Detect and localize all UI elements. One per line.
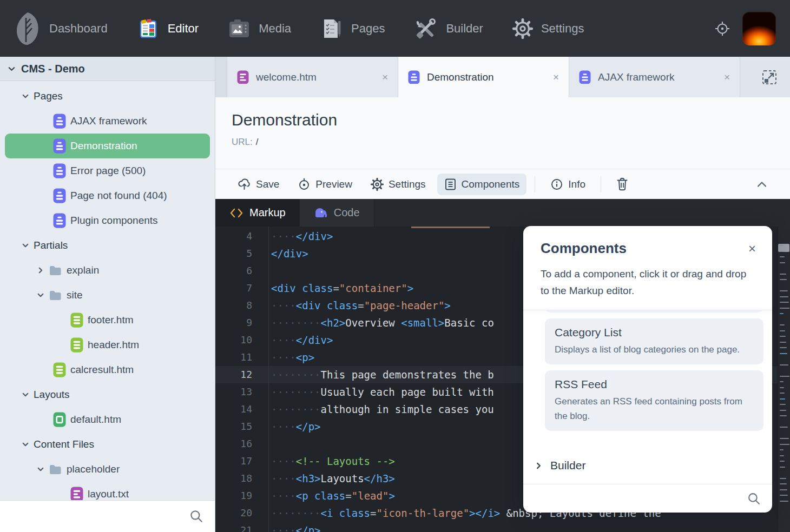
sidebar-item-calcresult-htm[interactable]: calcresult.htm (5, 357, 210, 382)
page-file-icon (408, 70, 420, 84)
item-label: explain (67, 264, 99, 276)
tab-demonstration[interactable]: Demonstration× (398, 57, 569, 97)
minimap-line (780, 336, 786, 337)
item-label: Pages (34, 90, 63, 102)
component-group-builder[interactable]: Builder (523, 453, 772, 472)
sidebar-item-layouts[interactable]: Layouts (5, 382, 210, 407)
line-number: 4 (215, 228, 261, 245)
tab-label: welcome.htm (256, 71, 375, 83)
nav-item-pages[interactable]: Pages (320, 17, 385, 40)
preview-button[interactable]: Preview (291, 174, 359, 195)
sidebar-item-page-not-found-404[interactable]: Page not found (404) (5, 183, 210, 208)
minimap-line (780, 398, 785, 400)
popup-search-input[interactable] (523, 493, 747, 504)
sidebar-search-input[interactable] (0, 511, 189, 522)
sidebar-item-pages[interactable]: Pages (5, 84, 210, 109)
tab-markup[interactable]: Markup (215, 199, 300, 227)
sidebar-item-error-page-500[interactable]: Error page (500) (5, 158, 210, 183)
close-icon[interactable]: × (553, 71, 559, 83)
popup-search (523, 484, 772, 513)
close-icon[interactable]: × (382, 71, 388, 83)
nav-item-media[interactable]: Media (228, 18, 291, 39)
crosshair-icon[interactable] (714, 21, 730, 37)
item-label: Page not found (404) (70, 190, 167, 202)
collapse-toolbar-button[interactable] (749, 176, 775, 193)
line-number: 18 (215, 470, 261, 487)
popup-title: Components (541, 240, 627, 257)
sidebar-item-content-files[interactable]: Content Files (5, 432, 210, 457)
page-url: URL:/ (232, 137, 774, 148)
minimap-line (780, 308, 789, 309)
item-label: Error page (500) (70, 165, 146, 177)
chevron-up-icon (756, 180, 768, 189)
minimap-line (780, 495, 788, 496)
close-icon[interactable]: × (724, 71, 730, 83)
line-content: ····</div> (261, 331, 333, 349)
sidebar-header[interactable]: CMS - Demo (0, 57, 215, 81)
tab-code[interactable]: Code (300, 199, 374, 227)
sidebar-item-header-htm[interactable]: header.htm (5, 332, 210, 357)
settings-button[interactable]: Settings (364, 174, 433, 195)
item-label: footer.htm (88, 314, 134, 326)
leaf-logo-icon (14, 11, 41, 46)
document-toolbar: Save Preview Settings Components Info (215, 169, 790, 199)
code-line-21[interactable]: 21····</p> (215, 522, 778, 532)
toolbar-separator (601, 176, 601, 192)
nav-item-label: Pages (351, 22, 385, 36)
user-avatar[interactable] (742, 12, 776, 45)
item-label: Content Files (34, 438, 94, 450)
nav-item-dashboard[interactable]: Dashboard (14, 11, 108, 46)
minimap-line (780, 467, 785, 468)
info-button[interactable]: Info (543, 174, 593, 195)
editor-icon (137, 17, 160, 40)
save-button[interactable]: Save (231, 174, 286, 195)
app-window: DashboardEditorMediaPagesBuilderSettings… (0, 0, 790, 532)
sidebar-item-demonstration[interactable]: Demonstration (5, 134, 210, 158)
tabbar-gutter (215, 57, 227, 97)
component-title: RSS Feed (555, 378, 754, 391)
sidebar-item-placeholder[interactable]: placeholder (5, 457, 210, 482)
delete-button[interactable] (609, 174, 635, 195)
component-item-category-list[interactable]: Category ListDisplays a list of blog cat… (545, 318, 763, 364)
components-button[interactable]: Components (437, 174, 527, 195)
sidebar-item-plugin-components[interactable]: Plugin components (5, 208, 210, 233)
nav-item-label: Builder (446, 22, 483, 36)
line-content: ········Usually each page built with (261, 383, 494, 401)
url-value: / (256, 137, 259, 147)
component-title: Category List (555, 326, 754, 339)
component-item-rss-feed[interactable]: RSS FeedGenerates an RSS feed containing… (545, 370, 763, 431)
folder-icon (49, 464, 62, 475)
nav-item-builder[interactable]: Builder (414, 17, 483, 40)
chevron-right-icon (535, 462, 543, 470)
minimap-line (780, 245, 784, 246)
close-icon[interactable]: × (748, 241, 756, 256)
tab-welcome-htm[interactable]: welcome.htm× (227, 57, 398, 97)
minimap-line (780, 330, 785, 331)
tab-ajax-framework[interactable]: AJAX framework× (569, 57, 740, 97)
partial-file-icon (70, 337, 83, 353)
minimap-line (780, 449, 784, 450)
sidebar-item-footer-htm[interactable]: footer.htm (5, 308, 210, 332)
line-content: ····</div> (261, 228, 333, 245)
layout-file-icon (53, 412, 66, 427)
nav-item-label: Editor (168, 22, 199, 36)
sidebar-item-partials[interactable]: Partials (5, 233, 210, 258)
tab-label: AJAX framework (598, 71, 717, 83)
nav-item-settings[interactable]: Settings (512, 18, 584, 39)
folder-icon (49, 290, 62, 301)
sidebar-item-site[interactable]: site (5, 283, 210, 308)
line-number: 6 (215, 262, 261, 280)
sidebar-item-default-htm[interactable]: default.htm (5, 407, 210, 432)
partial-file-icon (53, 362, 66, 377)
editor-minimap[interactable] (778, 227, 790, 532)
nav-item-editor[interactable]: Editor (137, 17, 199, 40)
sidebar-item-ajax-framework[interactable]: AJAX framework (5, 109, 210, 134)
page-file-icon (579, 70, 591, 84)
minimap-line (780, 279, 787, 280)
item-label: placeholder (67, 463, 120, 475)
sidebar-item-explain[interactable]: explain (5, 258, 210, 283)
expand-editor-icon[interactable] (761, 69, 778, 86)
line-number: 11 (215, 349, 261, 366)
component-item-clipped[interactable]: page. (545, 310, 763, 312)
line-content: ····<div class="page-header"> (261, 297, 451, 314)
